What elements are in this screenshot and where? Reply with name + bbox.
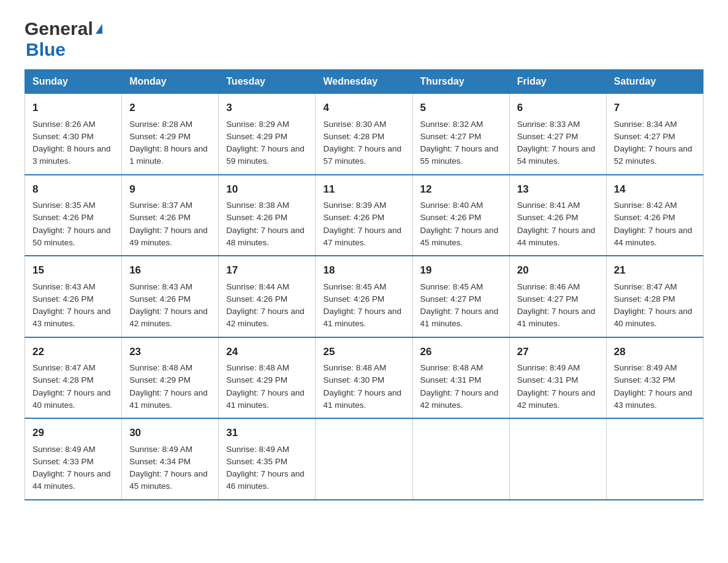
day-number: 29	[32, 425, 114, 441]
header-sunday: Sunday	[25, 70, 122, 94]
day-sunrise: Sunrise: 8:49 AM	[614, 363, 677, 372]
day-daylight: Daylight: 7 hours and 46 minutes.	[226, 469, 305, 491]
day-number: 17	[226, 262, 308, 278]
calendar-cell: 19 Sunrise: 8:45 AM Sunset: 4:27 PM Dayl…	[412, 256, 509, 337]
day-number: 31	[226, 425, 308, 441]
day-daylight: Daylight: 7 hours and 42 minutes.	[129, 307, 208, 328]
day-number: 23	[129, 344, 211, 360]
day-sunrise: Sunrise: 8:49 AM	[517, 363, 580, 372]
day-daylight: Daylight: 7 hours and 48 minutes.	[226, 226, 305, 247]
day-number: 19	[420, 262, 502, 278]
calendar-cell: 25 Sunrise: 8:48 AM Sunset: 4:30 PM Dayl…	[316, 337, 412, 419]
day-daylight: Daylight: 7 hours and 40 minutes.	[614, 307, 692, 328]
day-number: 7	[614, 100, 696, 116]
day-daylight: Daylight: 7 hours and 47 minutes.	[323, 226, 401, 247]
day-sunset: Sunset: 4:29 PM	[129, 375, 191, 385]
calendar-cell: 21 Sunrise: 8:47 AM Sunset: 4:28 PM Dayl…	[606, 256, 703, 337]
day-sunset: Sunset: 4:26 PM	[323, 294, 384, 304]
day-sunrise: Sunrise: 8:47 AM	[32, 363, 96, 372]
day-sunrise: Sunrise: 8:30 AM	[323, 120, 386, 129]
day-number: 1	[32, 100, 114, 116]
day-sunset: Sunset: 4:26 PM	[32, 213, 94, 222]
day-sunrise: Sunrise: 8:45 AM	[420, 282, 483, 291]
logo-triangle-icon	[96, 24, 102, 34]
day-sunset: Sunset: 4:29 PM	[226, 132, 287, 141]
day-daylight: Daylight: 7 hours and 41 minutes.	[226, 388, 305, 410]
day-sunset: Sunset: 4:27 PM	[517, 294, 578, 304]
day-number: 21	[614, 262, 696, 278]
day-sunset: Sunset: 4:26 PM	[129, 213, 191, 222]
day-sunrise: Sunrise: 8:33 AM	[517, 120, 580, 129]
day-daylight: Daylight: 7 hours and 41 minutes.	[323, 307, 401, 328]
day-sunset: Sunset: 4:29 PM	[129, 132, 191, 141]
header-thursday: Thursday	[412, 70, 509, 94]
day-number: 18	[323, 262, 404, 278]
day-sunset: Sunset: 4:26 PM	[420, 213, 482, 222]
day-number: 10	[226, 182, 308, 197]
day-daylight: Daylight: 8 hours and 1 minute.	[129, 144, 208, 166]
day-sunset: Sunset: 4:29 PM	[226, 375, 287, 385]
day-sunset: Sunset: 4:31 PM	[517, 375, 578, 385]
header-tuesday: Tuesday	[219, 70, 316, 94]
day-sunset: Sunset: 4:30 PM	[323, 375, 384, 385]
header-monday: Monday	[122, 70, 219, 94]
calendar-cell: 18 Sunrise: 8:45 AM Sunset: 4:26 PM Dayl…	[316, 256, 412, 337]
day-daylight: Daylight: 7 hours and 42 minutes.	[420, 388, 499, 410]
day-daylight: Daylight: 7 hours and 41 minutes.	[420, 307, 499, 328]
calendar-cell: 26 Sunrise: 8:48 AM Sunset: 4:31 PM Dayl…	[412, 337, 509, 419]
day-daylight: Daylight: 7 hours and 41 minutes.	[517, 307, 596, 328]
calendar-cell: 8 Sunrise: 8:35 AM Sunset: 4:26 PM Dayli…	[25, 175, 122, 256]
calendar-week-row: 8 Sunrise: 8:35 AM Sunset: 4:26 PM Dayli…	[25, 175, 703, 256]
calendar-cell: 4 Sunrise: 8:30 AM Sunset: 4:28 PM Dayli…	[316, 94, 412, 175]
day-sunrise: Sunrise: 8:46 AM	[517, 282, 580, 291]
logo-general-text: General	[25, 18, 93, 39]
day-number: 6	[517, 100, 599, 116]
day-sunset: Sunset: 4:28 PM	[32, 375, 94, 385]
day-daylight: Daylight: 7 hours and 42 minutes.	[517, 388, 596, 410]
day-sunset: Sunset: 4:26 PM	[226, 294, 287, 304]
calendar-cell: 1 Sunrise: 8:26 AM Sunset: 4:30 PM Dayli…	[25, 94, 122, 175]
day-sunset: Sunset: 4:26 PM	[614, 213, 675, 222]
calendar-cell: 23 Sunrise: 8:48 AM Sunset: 4:29 PM Dayl…	[122, 337, 219, 419]
day-sunrise: Sunrise: 8:48 AM	[420, 363, 483, 372]
calendar-cell: 3 Sunrise: 8:29 AM Sunset: 4:29 PM Dayli…	[219, 94, 316, 175]
calendar-cell: 17 Sunrise: 8:44 AM Sunset: 4:26 PM Dayl…	[219, 256, 316, 337]
calendar-cell: 10 Sunrise: 8:38 AM Sunset: 4:26 PM Dayl…	[219, 175, 316, 256]
day-sunrise: Sunrise: 8:45 AM	[323, 282, 386, 291]
day-number: 14	[614, 182, 696, 197]
day-sunrise: Sunrise: 8:41 AM	[517, 201, 580, 210]
day-daylight: Daylight: 7 hours and 59 minutes.	[226, 144, 305, 166]
page-wrapper: General Blue Sunday Monday Tuesday Wedne…	[25, 18, 703, 500]
logo-blue-text: Blue	[26, 39, 66, 59]
day-sunrise: Sunrise: 8:35 AM	[32, 201, 96, 210]
day-sunrise: Sunrise: 8:38 AM	[226, 201, 289, 210]
day-sunset: Sunset: 4:27 PM	[420, 294, 482, 304]
day-daylight: Daylight: 7 hours and 41 minutes.	[323, 388, 401, 410]
day-sunset: Sunset: 4:26 PM	[323, 213, 384, 222]
day-sunset: Sunset: 4:34 PM	[129, 457, 191, 466]
day-sunset: Sunset: 4:32 PM	[614, 375, 675, 385]
day-number: 27	[517, 344, 599, 360]
day-sunrise: Sunrise: 8:44 AM	[226, 282, 289, 291]
calendar-cell: 13 Sunrise: 8:41 AM Sunset: 4:26 PM Dayl…	[509, 175, 606, 256]
calendar-cell: 16 Sunrise: 8:43 AM Sunset: 4:26 PM Dayl…	[122, 256, 219, 337]
day-sunrise: Sunrise: 8:37 AM	[129, 201, 192, 210]
calendar-cell: 14 Sunrise: 8:42 AM Sunset: 4:26 PM Dayl…	[606, 175, 703, 256]
calendar-week-row: 1 Sunrise: 8:26 AM Sunset: 4:30 PM Dayli…	[25, 94, 703, 175]
day-sunrise: Sunrise: 8:28 AM	[129, 120, 192, 129]
day-sunrise: Sunrise: 8:34 AM	[614, 120, 677, 129]
day-sunset: Sunset: 4:26 PM	[32, 294, 94, 304]
calendar-cell: 20 Sunrise: 8:46 AM Sunset: 4:27 PM Dayl…	[509, 256, 606, 337]
day-daylight: Daylight: 7 hours and 42 minutes.	[226, 307, 305, 328]
calendar-cell	[509, 418, 606, 500]
day-sunset: Sunset: 4:26 PM	[517, 213, 578, 222]
day-daylight: Daylight: 7 hours and 44 minutes.	[614, 226, 692, 247]
calendar-cell: 2 Sunrise: 8:28 AM Sunset: 4:29 PM Dayli…	[122, 94, 219, 175]
day-number: 2	[129, 100, 211, 116]
calendar-table: Sunday Monday Tuesday Wednesday Thursday…	[25, 69, 703, 500]
day-number: 13	[517, 182, 599, 197]
header-saturday: Saturday	[606, 70, 703, 94]
day-daylight: Daylight: 7 hours and 44 minutes.	[517, 226, 596, 247]
day-number: 4	[323, 100, 404, 116]
day-daylight: Daylight: 7 hours and 54 minutes.	[517, 144, 596, 166]
